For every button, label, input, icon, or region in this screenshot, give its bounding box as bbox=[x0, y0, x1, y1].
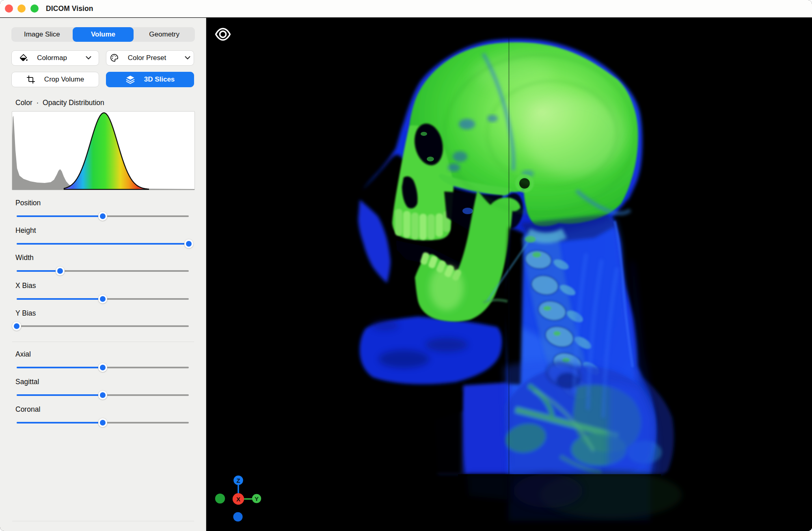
svg-text:Y: Y bbox=[255, 495, 259, 502]
svg-text:X: X bbox=[236, 496, 240, 503]
svg-text:Z: Z bbox=[236, 477, 240, 484]
